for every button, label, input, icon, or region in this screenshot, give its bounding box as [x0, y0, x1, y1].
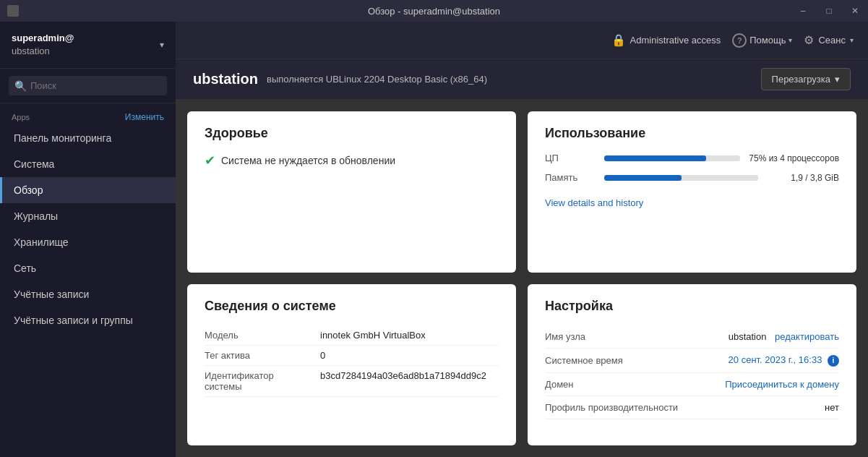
- chevron-down-icon: ▾: [160, 40, 164, 50]
- settings-card: Настройка Имя узла ubstation редактирова…: [528, 284, 856, 445]
- close-button[interactable]: ✕: [842, 0, 868, 22]
- perf-row: Профиль производительности нет: [545, 396, 839, 419]
- minimize-button[interactable]: –: [790, 0, 816, 22]
- memory-label: Память: [545, 172, 596, 183]
- page-header: ubstation выполняется UBLinux 2204 Deskt…: [176, 59, 868, 100]
- settings-title: Настройка: [545, 299, 839, 314]
- sysid-value: b3cd7284194a03e6ad8b1a71894dd9c2: [320, 366, 499, 397]
- memory-bar: [604, 175, 682, 181]
- hostname-edit-link[interactable]: редактировать: [775, 331, 839, 342]
- cpu-bar: [604, 155, 706, 161]
- check-icon: ✔: [205, 153, 215, 168]
- perf-label: Профиль производительности: [545, 396, 689, 419]
- time-label: Системное время: [545, 349, 689, 373]
- top-header: 🔒 Administrative access ? Помощь ▾ ⚙ Сеа…: [176, 22, 868, 59]
- sidebar-apps-label: Apps: [12, 113, 30, 121]
- health-status: ✔ Система не нуждается в обновлении: [205, 153, 499, 168]
- memory-value: 1,9 / 3,8 GiB: [767, 173, 839, 183]
- maximize-button[interactable]: □: [816, 0, 842, 22]
- admin-access-badge: 🔒 Administrative access: [611, 33, 721, 47]
- page-hostname: ubstation: [193, 71, 258, 87]
- titlebar: Обзор - superadmin@ubstation – □ ✕: [0, 0, 868, 22]
- asset-value: 0: [320, 346, 499, 366]
- domain-label: Домен: [545, 372, 689, 396]
- hostname-row-label: Имя узла: [545, 325, 689, 349]
- cpu-label: ЦП: [545, 153, 596, 163]
- window-controls: – □ ✕: [790, 0, 868, 22]
- sidebar-change-link[interactable]: Изменить: [125, 112, 164, 122]
- sidebar-item-network[interactable]: Сеть: [0, 255, 176, 281]
- memory-bar-wrap: [604, 175, 758, 181]
- hostname-row-value: ubstation редактировать: [689, 325, 839, 349]
- cpu-row: ЦП 75% из 4 процессоров: [545, 153, 839, 163]
- help-circle-icon: ?: [732, 33, 747, 48]
- content-area: 🔒 Administrative access ? Помощь ▾ ⚙ Сеа…: [176, 22, 868, 457]
- settings-table: Имя узла ubstation редактировать Системн…: [545, 325, 839, 419]
- help-dropdown-icon: ▾: [788, 36, 792, 44]
- help-label: Помощь: [749, 35, 786, 46]
- sidebar-user[interactable]: superadmin@ ubstation ▾: [0, 22, 176, 69]
- session-button[interactable]: ⚙ Сеанс ▾: [804, 33, 854, 47]
- search-icon: 🔍: [14, 80, 27, 92]
- titlebar-title: Обзор - superadmin@ubstation: [368, 6, 500, 17]
- sysinfo-card: Сведения о системе Модель innotek GmbH V…: [187, 284, 516, 445]
- health-title: Здоровье: [205, 126, 499, 141]
- page-subtitle: выполняется UBLinux 2204 Desktop Basic (…: [267, 74, 487, 85]
- sysinfo-title: Сведения о системе: [205, 299, 499, 314]
- time-row: Системное время 20 сент. 2023 г., 16:33 …: [545, 349, 839, 373]
- table-row: Тег актива 0: [205, 346, 499, 366]
- usage-card: Использование ЦП 75% из 4 процессоров Па…: [528, 111, 856, 273]
- sysid-label: Идентификатор системы: [205, 366, 320, 397]
- reboot-label: Перезагрузка: [772, 74, 830, 85]
- app-container: superadmin@ ubstation ▾ 🔍 Apps Изменить …: [0, 22, 868, 457]
- help-button[interactable]: ? Помощь ▾: [732, 33, 792, 48]
- join-domain-link[interactable]: Присоединиться к домену: [725, 379, 839, 390]
- sidebar-username: superadmin@: [12, 32, 74, 45]
- asset-label: Тег актива: [205, 346, 320, 366]
- sidebar: superadmin@ ubstation ▾ 🔍 Apps Изменить …: [0, 22, 176, 457]
- cpu-value: 75% из 4 процессоров: [749, 153, 839, 163]
- admin-access-label: Administrative access: [630, 35, 721, 46]
- sidebar-search-section: 🔍: [0, 69, 176, 103]
- health-card: Здоровье ✔ Система не нуждается в обновл…: [187, 111, 516, 273]
- search-input[interactable]: [9, 76, 167, 95]
- cpu-bar-wrap: [604, 155, 740, 161]
- health-status-text: Система не нуждается в обновлении: [221, 155, 395, 166]
- usage-title: Использование: [545, 126, 839, 141]
- time-value-link[interactable]: 20 сент. 2023 г., 16:33: [729, 354, 822, 365]
- table-row: Идентификатор системы b3cd7284194a03e6ad…: [205, 366, 499, 397]
- domain-row: Домен Присоединиться к домену: [545, 372, 839, 396]
- time-value-cell: 20 сент. 2023 г., 16:33 i: [689, 349, 839, 373]
- model-value: innotek GmbH VirtualBox: [320, 325, 499, 346]
- memory-row: Память 1,9 / 3,8 GiB: [545, 172, 839, 183]
- reboot-dropdown-icon: ▾: [835, 74, 840, 85]
- sidebar-item-logs[interactable]: Журналы: [0, 203, 176, 229]
- sidebar-item-system[interactable]: Система: [0, 151, 176, 177]
- time-info-icon[interactable]: i: [828, 355, 839, 367]
- dashboard: Здоровье ✔ Система не нуждается в обновл…: [176, 100, 868, 457]
- reboot-button[interactable]: Перезагрузка ▾: [761, 68, 851, 90]
- view-details-link[interactable]: View details and history: [545, 197, 643, 208]
- app-icon: [7, 5, 19, 17]
- sidebar-item-storage[interactable]: Хранилище: [0, 229, 176, 255]
- sidebar-item-accounts[interactable]: Учётные записи: [0, 281, 176, 307]
- sidebar-hostname: ubstation: [12, 45, 74, 58]
- sysinfo-table: Модель innotek GmbH VirtualBox Тег актив…: [205, 325, 499, 397]
- gear-icon: ⚙: [804, 33, 814, 47]
- sidebar-item-monitoring[interactable]: Панель мониторинга: [0, 125, 176, 151]
- session-dropdown-icon: ▾: [850, 36, 854, 44]
- hostname-row: Имя узла ubstation редактировать: [545, 325, 839, 349]
- sidebar-item-overview[interactable]: Обзор: [0, 177, 176, 203]
- model-label: Модель: [205, 325, 320, 346]
- sidebar-item-groups[interactable]: Учётные записи и группы: [0, 307, 176, 333]
- session-label: Сеанс: [818, 35, 846, 46]
- table-row: Модель innotek GmbH VirtualBox: [205, 325, 499, 346]
- perf-value: нет: [689, 396, 839, 419]
- shield-icon: 🔒: [611, 33, 626, 47]
- sidebar-apps-section: Apps Изменить: [0, 103, 176, 125]
